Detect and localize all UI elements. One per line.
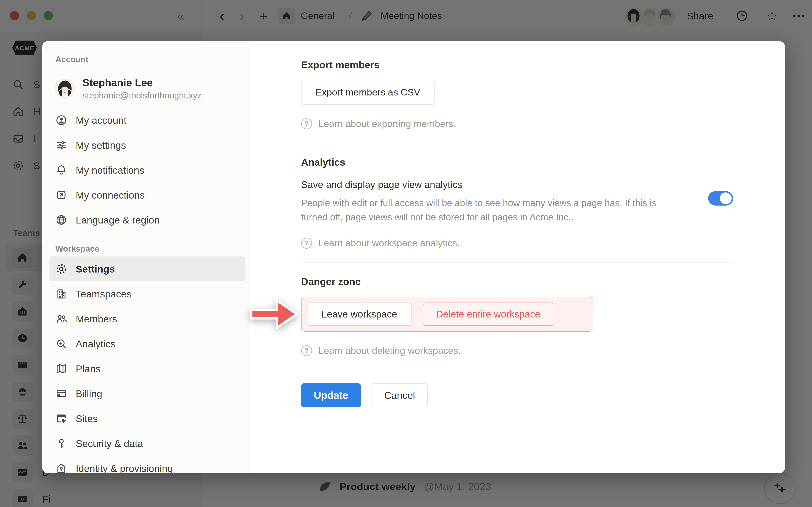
settings-nav-billing[interactable]: Billing	[49, 381, 245, 406]
analytics-setting-title: Save and display page view analytics	[301, 179, 661, 190]
danger-zone-box: Leave workspace Delete entire workspace	[301, 297, 593, 332]
settings-modal: Account Stephanie Lee stephanie@toolsfor…	[42, 41, 785, 473]
settings-nav-label: Identity & provisioning	[76, 463, 173, 473]
settings-nav-plans[interactable]: Plans	[49, 356, 245, 381]
credit-card-icon	[55, 388, 67, 399]
export-help-row[interactable]: ? Learn about exporting members.	[301, 118, 733, 129]
settings-sidebar: Account Stephanie Lee stephanie@toolsfor…	[42, 41, 250, 473]
export-members-title: Export members	[301, 59, 733, 70]
annotation-arrow-icon	[250, 297, 300, 331]
user-avatar	[55, 79, 74, 98]
analytics-setting-description: People with edit or full access will be …	[301, 196, 661, 224]
settings-nav-label: Settings	[76, 263, 115, 275]
settings-nav-label: My settings	[76, 139, 126, 151]
person-circle-icon	[55, 114, 67, 126]
settings-nav-settings[interactable]: Settings	[49, 257, 245, 281]
map-icon	[55, 363, 67, 375]
danger-help-text: Learn about deleting workspaces.	[318, 345, 461, 356]
toggle-knob	[720, 192, 732, 204]
danger-help-row[interactable]: ? Learn about deleting workspaces.	[301, 345, 733, 356]
delete-workspace-button[interactable]: Delete entire workspace	[423, 302, 553, 326]
user-name: Stephanie Lee	[83, 77, 202, 89]
leave-workspace-button[interactable]: Leave workspace	[307, 302, 411, 326]
account-user-row[interactable]: Stephanie Lee stephanie@toolsforthought.…	[55, 77, 245, 101]
danger-zone-title: Danger zone	[301, 276, 733, 287]
analytics-toggle[interactable]	[708, 191, 733, 206]
question-circle-icon: ?	[301, 345, 312, 356]
settings-nav-label: Teamspaces	[76, 288, 132, 300]
export-help-text: Learn about exporting members.	[318, 118, 456, 129]
settings-nav-language-region[interactable]: Language & region	[49, 208, 245, 232]
gear-icon	[55, 263, 67, 275]
settings-nav-identity-provisioning[interactable]: Identity & provisioning	[49, 456, 245, 473]
analytics-help-row[interactable]: ? Learn about workspace analytics.	[301, 238, 733, 249]
section-divider	[301, 262, 733, 263]
settings-nav-analytics[interactable]: Analytics	[49, 331, 245, 356]
settings-nav-security-data[interactable]: Security & data	[49, 431, 245, 456]
settings-nav-label: Security & data	[76, 438, 143, 449]
section-divider	[301, 143, 733, 143]
bell-icon	[55, 164, 67, 176]
settings-nav-label: Plans	[76, 363, 101, 375]
workspace-section-label: Workspace	[55, 244, 245, 253]
settings-nav-my-connections[interactable]: My connections	[49, 182, 245, 208]
magnifier-sparkle-icon	[55, 338, 67, 350]
cancel-button[interactable]: Cancel	[371, 383, 428, 407]
key-icon	[55, 438, 67, 449]
settings-nav-members[interactable]: Members	[49, 306, 245, 331]
settings-nav-my-notifications[interactable]: My notifications	[49, 158, 245, 182]
settings-nav-label: Members	[76, 313, 117, 325]
danger-zone-container: Leave workspace Delete entire workspace	[301, 297, 593, 332]
settings-nav-label: My account	[76, 114, 126, 126]
browser-cursor-icon	[55, 412, 67, 425]
settings-nav-label: My notifications	[76, 164, 144, 176]
settings-nav-label: Language & region	[76, 214, 160, 226]
sliders-icon	[55, 139, 67, 151]
identity-badge-icon	[55, 462, 67, 473]
settings-nav-teamspaces[interactable]: Teamspaces	[49, 281, 245, 306]
analytics-title: Analytics	[301, 156, 733, 168]
settings-content: Export members Export members as CSV ? L…	[250, 41, 785, 473]
question-circle-icon: ?	[301, 118, 312, 129]
settings-nav-label: Analytics	[76, 338, 115, 350]
members-icon	[55, 313, 67, 325]
arrow-up-right-box-icon	[55, 189, 67, 201]
settings-nav-label: My connections	[76, 189, 145, 201]
settings-nav-label: Sites	[76, 413, 98, 425]
account-section-label: Account	[55, 55, 245, 64]
user-email: stephanie@toolsforthought.xyz	[83, 91, 202, 101]
settings-nav-my-settings[interactable]: My settings	[49, 133, 245, 158]
analytics-setting-row: Save and display page view analytics Peo…	[301, 179, 733, 224]
settings-nav-label: Billing	[76, 388, 102, 399]
buildings-icon	[55, 288, 67, 300]
modal-footer: Update Cancel	[301, 383, 733, 407]
update-button[interactable]: Update	[301, 383, 361, 407]
settings-nav-my-account[interactable]: My account	[49, 108, 245, 133]
globe-icon	[55, 214, 67, 226]
section-divider	[301, 370, 733, 370]
analytics-setting-text: Save and display page view analytics Peo…	[301, 179, 661, 224]
export-members-csv-button[interactable]: Export members as CSV	[301, 80, 435, 105]
question-circle-icon: ?	[301, 238, 312, 249]
analytics-help-text: Learn about workspace analytics.	[318, 238, 460, 249]
settings-nav-sites[interactable]: Sites	[49, 406, 245, 431]
